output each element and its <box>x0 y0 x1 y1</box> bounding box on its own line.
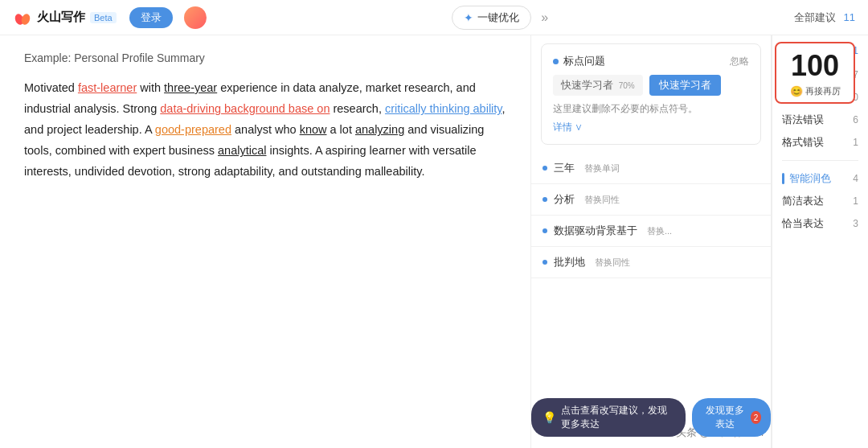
card-desc: 这里建议删除不必要的标点符号。 <box>553 102 749 116</box>
sidebar-count-4: 4 <box>853 173 858 184</box>
suggestion-item-0[interactable]: 三年 替换单词 <box>531 153 771 184</box>
sidebar-label-3: 格式错误 <box>782 135 824 150</box>
highlight-critically-thinking: critically thinking ability <box>385 102 502 115</box>
item-tag-0: 替换单词 <box>584 162 620 175</box>
item-dot-2 <box>542 228 547 233</box>
suggestion-item-2[interactable]: 数据驱动背景基于 替换... <box>531 216 771 247</box>
item-dot-3 <box>542 260 547 265</box>
score-number: 100 <box>784 50 845 82</box>
highlight-good-prepared: good-prepared <box>155 123 231 136</box>
doc-body: Motivated fast-learner with three-year e… <box>24 77 506 182</box>
sidebar-label-4: 智能润色 <box>789 171 831 186</box>
optimize-button[interactable]: ✦ 一键优化 <box>452 6 531 30</box>
ignore-link[interactable]: 忽略 <box>730 55 749 68</box>
doc-title: Example: Personal Profile Summary <box>24 51 506 64</box>
tooltip-bubble: 💡 点击查看改写建议，发现更多表达 <box>531 398 686 437</box>
main-content: Example: Personal Profile Summary Motiva… <box>0 35 868 448</box>
header-center: ✦ 一键优化 » <box>207 6 794 30</box>
highlight-fast-learner: fast-learner <box>78 81 137 94</box>
sidebar-item-concise[interactable]: 简洁表达 1 <box>782 190 858 212</box>
score-box: 100 😊 再接再厉 <box>775 42 855 104</box>
word-original: 快速学习者 70% <box>553 75 643 96</box>
highlight-data-driving: data-driving background base on <box>160 102 330 115</box>
sidebar-count-5: 1 <box>853 195 858 207</box>
card-dot <box>553 59 559 64</box>
header-right: 全部建议 11 <box>794 10 855 25</box>
suggestion-item-1[interactable]: 分析 替换同性 <box>531 184 771 216</box>
logo-icon <box>13 8 32 27</box>
login-button[interactable]: 登录 <box>129 7 173 28</box>
item-dot-0 <box>542 166 547 171</box>
sidebar-item-format[interactable]: 格式错误 1 <box>782 131 858 154</box>
sidebar-divider <box>782 160 858 161</box>
app-header: 火山写作 Beta 登录 ✦ 一键优化 » 全部建议 11 <box>0 0 868 35</box>
sidebar-count-2: 6 <box>853 114 858 125</box>
card-title: 标点问题 <box>553 54 605 68</box>
word-suggested[interactable]: 快速学习者 <box>649 75 721 96</box>
active-bar-blue <box>782 173 784 184</box>
item-tag-1: 替换同性 <box>584 194 620 206</box>
sidebar-item-polish[interactable]: 智能润色 4 <box>782 167 858 190</box>
suggestion-item-3[interactable]: 批判地 替换同性 <box>531 247 771 278</box>
highlight-analytical: analytical <box>218 144 266 157</box>
card-header: 标点问题 忽略 <box>553 54 749 68</box>
sidebar-item-appropriate[interactable]: 恰当表达 3 <box>782 212 858 235</box>
highlight-analyzing: analyzing <box>355 123 404 136</box>
highlight-know: know <box>300 123 327 136</box>
item-text-0: 三年 <box>554 161 575 175</box>
sidebar-count-3: 1 <box>853 137 858 148</box>
tooltip-text: 点击查看改写建议，发现更多表达 <box>561 404 674 431</box>
sidebar-label-5: 简洁表达 <box>782 194 824 208</box>
highlight-three-year: three-year <box>164 81 217 94</box>
sidebar-item-grammar[interactable]: 语法错误 6 <box>782 109 858 131</box>
item-text-2: 数据驱动背景基于 <box>554 224 637 238</box>
discover-button[interactable]: 发现更多表达 2 <box>692 398 771 437</box>
expand-icon[interactable]: » <box>541 10 548 25</box>
suggestions-panel: 标点问题 忽略 快速学习者 70% 快速学习者 这里建议删除不必要的标点符号。 … <box>530 35 772 448</box>
item-text-1: 分析 <box>554 192 575 207</box>
logo-text: 火山写作 <box>37 10 85 25</box>
item-tag-2: 替换... <box>647 225 672 237</box>
suggestions-number: 11 <box>844 11 855 23</box>
score-label: 😊 再接再厉 <box>784 85 845 97</box>
score-emoji: 😊 <box>790 85 803 97</box>
avatar <box>184 6 207 29</box>
score-tag: 70% <box>619 81 635 90</box>
item-text-3: 批判地 <box>554 255 585 269</box>
editor-area: Example: Personal Profile Summary Motiva… <box>0 35 530 448</box>
suggestions-label: 全部建议 <box>794 10 836 25</box>
star-icon: ✦ <box>464 11 473 24</box>
beta-badge: Beta <box>90 12 117 23</box>
word-comparison: 快速学习者 70% 快速学习者 <box>553 75 749 96</box>
sidebar-label-6: 恰当表达 <box>782 216 824 231</box>
original-word-text: 快速学习者 <box>561 79 613 91</box>
card-type-label: 标点问题 <box>563 54 605 68</box>
logo-area: 火山写作 Beta 登录 <box>13 6 207 29</box>
bulb-icon: 💡 <box>542 411 556 424</box>
discover-label: 发现更多表达 <box>702 404 747 431</box>
score-text: 再接再厉 <box>805 85 841 97</box>
bottom-tooltip: 💡 点击查看改写建议，发现更多表达 发现更多表达 2 <box>531 398 771 437</box>
sidebar-count-6: 3 <box>853 218 858 229</box>
item-dot-1 <box>542 197 547 202</box>
details-link[interactable]: 详情 ∨ <box>553 121 749 134</box>
sidebar-label-2: 语法错误 <box>782 113 824 127</box>
optimize-label: 一键优化 <box>477 10 519 25</box>
item-tag-3: 替换同性 <box>595 257 630 269</box>
discover-badge: 2 <box>751 411 761 424</box>
suggestion-card-punctuation: 标点问题 忽略 快速学习者 70% 快速学习者 这里建议删除不必要的标点符号。 … <box>541 43 761 145</box>
